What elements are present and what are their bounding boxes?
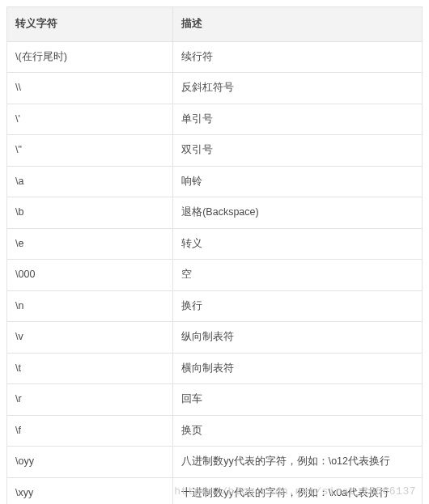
cell-description: 续行符: [173, 41, 423, 73]
table-row: \v纵向制表符: [7, 322, 423, 354]
cell-description: 十进制数yy代表的字符，例如：\x0a代表换行: [173, 477, 423, 504]
table-row: \\反斜杠符号: [7, 73, 423, 104]
cell-description: 单引号: [173, 104, 423, 135]
table-row: \e转义: [7, 228, 423, 260]
cell-escape: \f: [7, 415, 173, 447]
cell-description: 八进制数yy代表的字符，例如：\o12代表换行: [173, 447, 423, 478]
cell-escape: \\: [7, 73, 173, 104]
header-description: 描述: [173, 7, 423, 42]
cell-escape: \t: [7, 353, 173, 384]
table-row: \r回车: [7, 384, 423, 416]
cell-escape: \(在行尾时): [7, 41, 173, 73]
cell-description: 横向制表符: [173, 353, 423, 384]
cell-description: 转义: [173, 228, 423, 260]
cell-escape: \v: [7, 322, 173, 354]
cell-escape: \xyy: [7, 477, 173, 504]
cell-escape: \e: [7, 228, 173, 260]
table-row: \a响铃: [7, 166, 423, 197]
table-row: \000空: [7, 260, 423, 291]
cell-description: 响铃: [173, 166, 423, 197]
cell-description: 换页: [173, 415, 423, 447]
escape-characters-table: 转义字符 描述 \(在行尾时)续行符\\反斜杠符号\'单引号\"双引号\a响铃\…: [6, 6, 423, 504]
cell-escape: \": [7, 135, 173, 167]
table-row: \oyy八进制数yy代表的字符，例如：\o12代表换行: [7, 447, 423, 478]
header-escape: 转义字符: [7, 7, 173, 42]
table-row: \n换行: [7, 290, 423, 322]
table-row: \t横向制表符: [7, 353, 423, 384]
cell-escape: \n: [7, 290, 173, 322]
cell-description: 换行: [173, 290, 423, 322]
cell-escape: \a: [7, 166, 173, 197]
table-row: \"双引号: [7, 135, 423, 167]
table-header-row: 转义字符 描述: [7, 7, 423, 42]
cell-description: 退格(Backspace): [173, 197, 423, 229]
table-row: \b退格(Backspace): [7, 197, 423, 229]
cell-description: 双引号: [173, 135, 423, 167]
table-row: \(在行尾时)续行符: [7, 41, 423, 73]
cell-escape: \b: [7, 197, 173, 229]
table-row: \'单引号: [7, 104, 423, 135]
cell-description: 回车: [173, 384, 423, 416]
table-row: \f换页: [7, 415, 423, 447]
cell-escape: \oyy: [7, 447, 173, 478]
cell-escape: \': [7, 104, 173, 135]
cell-escape: \000: [7, 260, 173, 291]
cell-description: 纵向制表符: [173, 322, 423, 354]
cell-escape: \r: [7, 384, 173, 416]
cell-description: 空: [173, 260, 423, 291]
cell-description: 反斜杠符号: [173, 73, 423, 104]
table-row: \xyy十进制数yy代表的字符，例如：\x0a代表换行: [7, 477, 423, 504]
